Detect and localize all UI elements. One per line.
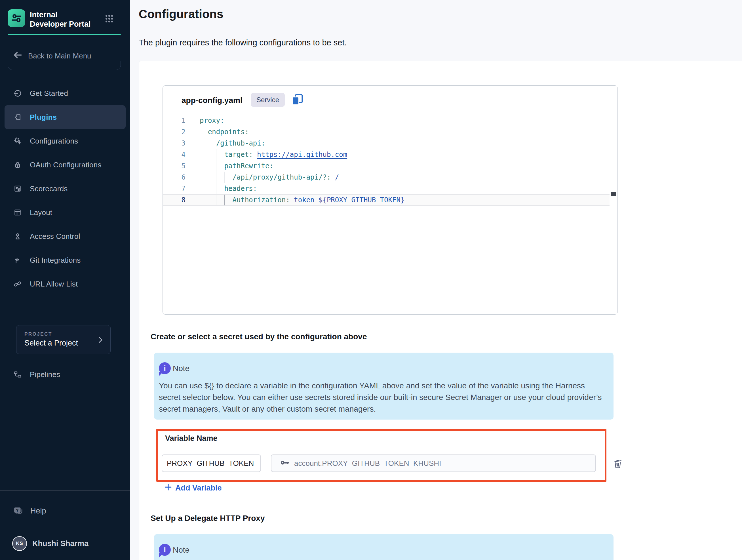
- variable-name-input[interactable]: [162, 454, 261, 472]
- code-text: proxy:: [196, 115, 224, 126]
- sidebar-item-label: Get Started: [30, 89, 68, 98]
- code-token: endpoints:: [208, 128, 249, 136]
- sidebar-secondary-nav: Pipelines: [5, 363, 126, 387]
- line-number: 5: [163, 160, 186, 172]
- sidebar-item-oauth-configurations[interactable]: OAuth Configurations: [5, 153, 126, 177]
- code-token: pathRewrite:: [224, 162, 273, 170]
- svg-text:?: ?: [16, 508, 19, 513]
- secret-selector[interactable]: account.PROXY_GITHUB_TOKEN_KHUSHI: [271, 454, 596, 472]
- oauth-icon: [13, 161, 22, 169]
- sidebar-item-label: OAuth Configurations: [30, 161, 102, 169]
- sidebar-item-label: Git Integrations: [30, 256, 81, 265]
- note-title: Note: [173, 364, 190, 373]
- note-title: Note: [173, 546, 190, 555]
- accent-divider: [8, 34, 121, 35]
- note-body: You can use ${} to declare a variable in…: [159, 380, 603, 415]
- variable-name-label: Variable Name: [165, 434, 218, 443]
- code-line[interactable]: 1proxy:: [163, 115, 610, 126]
- back-to-main-menu[interactable]: Back to Main Menu: [13, 50, 91, 62]
- project-eyebrow: PROJECT: [24, 332, 52, 337]
- service-badge: Service: [251, 93, 285, 107]
- git-integrations-icon: [13, 256, 22, 264]
- code-text: /api/proxy/github-api/?: /: [196, 172, 339, 183]
- scrollbar-cursor-marker[interactable]: [611, 192, 616, 196]
- indent-guide: [200, 149, 208, 160]
- indent-guide: [216, 172, 224, 183]
- code-area[interactable]: 1proxy:2endpoints:3/github-api:4target: …: [163, 115, 610, 206]
- code-token: headers:: [224, 185, 257, 193]
- user-name: Khushi Sharma: [32, 539, 89, 548]
- code-token: /github-api:: [216, 139, 265, 147]
- code-line[interactable]: 8Authorization: token ${PROXY_GITHUB_TOK…: [163, 194, 610, 206]
- sidebar-footer-divider: [0, 490, 130, 491]
- line-number: 7: [163, 183, 186, 194]
- yaml-editor[interactable]: app-config.yaml Service 1proxy:2endpoint…: [163, 85, 618, 315]
- project-selector[interactable]: PROJECT Select a Project: [16, 325, 111, 354]
- back-arrow-icon: [13, 50, 23, 62]
- sidebar-item-label: Access Control: [30, 232, 80, 241]
- sidebar-divider: [5, 311, 125, 311]
- get-started-icon: [13, 89, 22, 98]
- plugins-icon: [13, 113, 22, 121]
- indent-guide: [216, 149, 224, 160]
- configuration-card: app-config.yaml Service 1proxy:2endpoint…: [139, 61, 742, 560]
- plus-icon: [164, 483, 172, 493]
- code-line[interactable]: 3/github-api:: [163, 138, 610, 149]
- info-icon: i: [159, 544, 171, 556]
- indent-guide: [208, 172, 216, 183]
- indent-guide: [208, 183, 216, 194]
- info-icon: i: [159, 362, 171, 374]
- code-line[interactable]: 4target: https://api.github.com: [163, 149, 610, 160]
- key-icon: [280, 458, 289, 469]
- layout-icon: [13, 208, 22, 217]
- sidebar-item-scorecards[interactable]: Scorecards: [5, 177, 126, 201]
- sidebar-item-access-control[interactable]: Access Control: [5, 224, 126, 248]
- code-token: proxy:: [200, 116, 224, 124]
- pipelines-icon: [13, 370, 22, 379]
- indent-guide: [208, 149, 216, 160]
- sidebar-item-get-started[interactable]: Get Started: [5, 82, 126, 105]
- annotation-highlight: Variable Name account.PROXY_GITHUB_TOKEN…: [156, 429, 606, 482]
- help-label: Help: [30, 507, 46, 515]
- secret-section-heading: Create or select a secret used by the co…: [151, 332, 367, 341]
- editor-filename: app-config.yaml: [181, 96, 243, 105]
- sidebar-item-git-integrations[interactable]: Git Integrations: [5, 248, 126, 272]
- code-line[interactable]: 7headers:: [163, 183, 610, 194]
- delete-variable-icon[interactable]: [613, 458, 623, 469]
- indent-guide: [208, 195, 216, 205]
- indent-guide: [216, 160, 224, 172]
- code-text: pathRewrite:: [196, 160, 273, 172]
- header-bottom-border: [8, 61, 121, 70]
- help-button[interactable]: ? Help: [13, 506, 46, 516]
- code-text: /github-api:: [196, 138, 265, 149]
- help-icon: ?: [13, 506, 23, 516]
- sidebar-item-label: Pipelines: [30, 370, 60, 379]
- indent-guide: [200, 160, 208, 172]
- sidebar-item-url-allow-list[interactable]: URL Allow List: [5, 272, 126, 296]
- sidebar-item-pipelines[interactable]: Pipelines: [5, 363, 126, 387]
- code-link[interactable]: https://api.github.com: [257, 151, 347, 159]
- line-number: 4: [163, 149, 186, 160]
- sidebar-item-plugins[interactable]: Plugins: [5, 105, 126, 129]
- indent-guide: [224, 195, 232, 205]
- line-number: 8: [163, 195, 186, 205]
- app-logo-icon[interactable]: [8, 9, 25, 27]
- code-token: target:: [224, 151, 257, 159]
- user-menu[interactable]: KS Khushi Sharma: [12, 536, 89, 551]
- project-value: Select a Project: [24, 339, 78, 348]
- code-line[interactable]: 6/api/proxy/github-api/?: /: [163, 172, 610, 183]
- indent-guide: [200, 195, 208, 205]
- delegate-section-heading: Set Up a Delegate HTTP Proxy: [151, 514, 265, 523]
- code-line[interactable]: 5pathRewrite:: [163, 160, 610, 172]
- sidebar-item-layout[interactable]: Layout: [5, 201, 126, 224]
- editor-scrollbar[interactable]: [610, 114, 617, 314]
- app-switcher-icon[interactable]: [104, 14, 114, 23]
- line-number: 1: [163, 115, 186, 126]
- app-window: Internal Developer Portal Back to Main M…: [0, 0, 742, 560]
- copy-icon[interactable]: [291, 93, 304, 106]
- note-box-2: i Note: [154, 534, 614, 560]
- code-line[interactable]: 2endpoints:: [163, 126, 610, 138]
- secret-value: account.PROXY_GITHUB_TOKEN_KHUSHI: [294, 459, 441, 468]
- sidebar-item-configurations[interactable]: Configurations: [5, 129, 126, 153]
- add-variable-button[interactable]: Add Variable: [164, 483, 222, 493]
